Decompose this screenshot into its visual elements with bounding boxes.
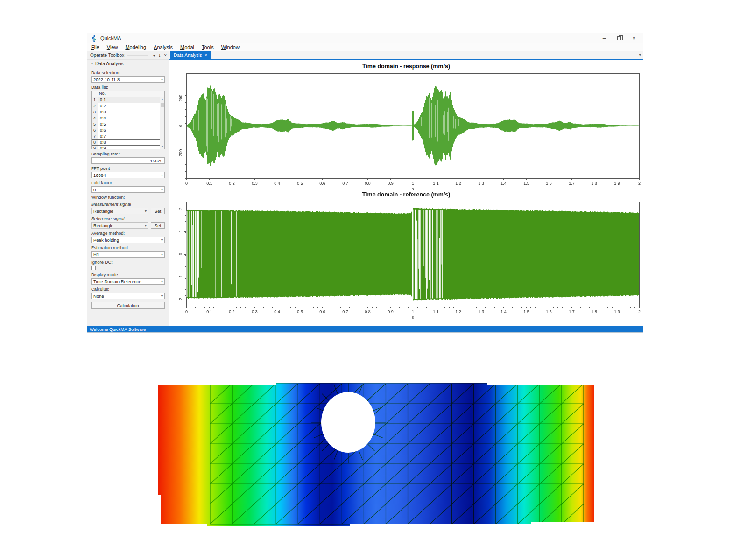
row-number: 1 <box>92 97 98 103</box>
mesh-lines <box>210 383 584 524</box>
menu-view[interactable]: View <box>107 44 118 50</box>
data-list-row[interactable]: 80:8 <box>92 140 164 146</box>
divider <box>174 188 638 188</box>
sampling-rate-label: Sampling rate: <box>91 151 165 156</box>
display-mode-label: Display mode: <box>91 272 165 277</box>
row-value: 0:4 <box>98 115 164 121</box>
status-bar: Welcome QuickMA Software <box>87 326 643 332</box>
average-method-label: Average method: <box>91 231 165 236</box>
toolbox-dropdown-icon[interactable]: ▾ <box>153 53 155 58</box>
row-value: 0:5 <box>98 121 164 127</box>
reference-signal-set-button[interactable]: Set <box>151 222 165 229</box>
section-collapse-icon[interactable]: ▾ <box>91 62 93 66</box>
chevron-down-icon: ▾ <box>161 280 163 284</box>
divider <box>127 55 148 56</box>
row-value: 0:9 <box>98 146 164 149</box>
chevron-down-icon: ▾ <box>145 224 147 228</box>
chevron-down-icon: ▾ <box>161 252 163 257</box>
chevron-down-icon: ▾ <box>161 294 163 298</box>
chevron-down-icon: ▾ <box>161 173 163 177</box>
display-mode-select[interactable]: Time Domain Reference ▾ <box>91 278 165 285</box>
fem-plate-hole <box>321 392 375 453</box>
data-list-label: Data list: <box>91 84 165 90</box>
restore-button[interactable] <box>615 35 623 42</box>
estimation-method-label: Estimation method: <box>91 245 165 250</box>
toolbox-pin-icon[interactable]: ↧ <box>158 53 162 58</box>
row-value: 0:2 <box>98 103 164 109</box>
calculation-button[interactable]: Calculation <box>91 302 165 309</box>
data-list-table[interactable]: No. 10:120:230:340:450:560:670:780:890:9… <box>91 91 165 149</box>
measurement-signal-select[interactable]: Rectangle ▾ <box>91 208 148 214</box>
ignore-dc-label: Ignore DC: <box>91 259 165 265</box>
fft-point-select[interactable]: 16384 ▾ <box>91 172 165 178</box>
row-value: 0:7 <box>98 133 164 139</box>
calculus-label: Calculus: <box>91 287 165 292</box>
measurement-signal-label: Measurement signal <box>91 202 165 207</box>
fold-factor-select[interactable]: 0 ▾ <box>91 186 165 193</box>
measurement-signal-set-button[interactable]: Set <box>151 208 165 214</box>
section-title: Data Analysis <box>95 61 124 66</box>
menu-tools[interactable]: Tools <box>202 44 214 50</box>
data-list-scrollbar[interactable]: ▴ ▾ <box>160 97 164 149</box>
menu-modal[interactable]: Modal <box>180 44 194 50</box>
chevron-down-icon: ▾ <box>161 238 163 242</box>
tab-strip: Data Analysis × ▾ <box>169 51 643 60</box>
data-list-row[interactable]: 70:7 <box>92 133 164 140</box>
calculus-select[interactable]: None ▾ <box>91 293 165 299</box>
data-list-row[interactable]: 30:3 <box>92 109 164 115</box>
column-header-no: No. <box>99 91 106 97</box>
scrollbar-thumb[interactable] <box>161 103 164 107</box>
ignore-dc-checkbox[interactable] <box>91 266 96 270</box>
chart-title-response: Time domain - response (mm/s) <box>169 63 643 70</box>
fem-mode-shape-figure <box>158 383 594 526</box>
row-number: 2 <box>92 103 98 109</box>
row-value: 0:6 <box>98 127 164 133</box>
data-list-row[interactable]: 50:5 <box>92 121 164 127</box>
window-function-label: Window function: <box>91 195 165 200</box>
row-value: 0:8 <box>98 140 164 145</box>
row-number: 4 <box>92 115 98 121</box>
tab-data-analysis[interactable]: Data Analysis × <box>170 51 211 59</box>
menu-file[interactable]: File <box>91 44 99 50</box>
tab-close-icon[interactable]: × <box>205 53 207 57</box>
chevron-down-icon: ▾ <box>161 77 163 82</box>
estimation-method-select[interactable]: H1 ▾ <box>91 251 165 258</box>
quickma-window: QuickMA – × FileViewModelingAnalysisModa… <box>87 33 643 333</box>
reference-signal-select[interactable]: Rectangle ▾ <box>91 222 148 229</box>
data-list-row[interactable]: 60:6 <box>92 127 164 133</box>
quickma-logo-icon <box>90 35 98 42</box>
row-value: 0:3 <box>98 109 164 115</box>
chart-title-reference: Time domain - reference (mm/s) <box>169 191 643 198</box>
close-button[interactable]: × <box>630 35 638 42</box>
data-list-row[interactable]: 20:2 <box>92 103 164 109</box>
scroll-down-icon[interactable]: ▾ <box>160 144 164 149</box>
row-value: 0:1 <box>98 97 164 103</box>
menu-modeling[interactable]: Modeling <box>125 44 146 50</box>
status-text: Welcome QuickMA Software <box>90 327 146 332</box>
toolbox-close-icon[interactable]: × <box>164 53 167 58</box>
pushpin-icon[interactable]: ▾ <box>639 52 641 57</box>
fold-factor-label: Fold factor: <box>91 180 165 185</box>
scroll-up-icon[interactable]: ▴ <box>160 97 164 102</box>
chevron-down-icon: ▾ <box>161 188 163 192</box>
sampling-rate-input[interactable]: 15625 <box>91 157 165 164</box>
app-title: QuickMA <box>100 35 121 41</box>
row-number: 3 <box>92 109 98 115</box>
response-time-domain-chart <box>169 70 644 192</box>
data-selection-select[interactable]: 2022-10-11-8 ▾ <box>91 76 165 83</box>
data-list-row[interactable]: 10:1 <box>92 97 164 103</box>
row-number: 8 <box>92 140 98 145</box>
data-selection-label: Data selection: <box>91 70 165 75</box>
average-method-select[interactable]: Peak holding ▾ <box>91 237 165 243</box>
minimize-button[interactable]: – <box>600 35 608 42</box>
restore-icon <box>617 36 621 40</box>
menu-window[interactable]: Window <box>221 44 240 50</box>
chevron-down-icon: ▾ <box>145 209 147 213</box>
data-list-row[interactable]: 40:4 <box>92 115 164 121</box>
fft-point-label: FFT point <box>91 166 165 171</box>
row-number: 5 <box>92 121 98 127</box>
menu-analysis[interactable]: Analysis <box>154 44 173 50</box>
operate-toolbox-panel: Operate Toolbox ▾ ↧ × ▾ Data Analysis Da… <box>87 51 169 321</box>
data-list-row[interactable]: 90:9 <box>92 146 164 149</box>
menu-bar: FileViewModelingAnalysisModalToolsWindow <box>87 43 643 51</box>
